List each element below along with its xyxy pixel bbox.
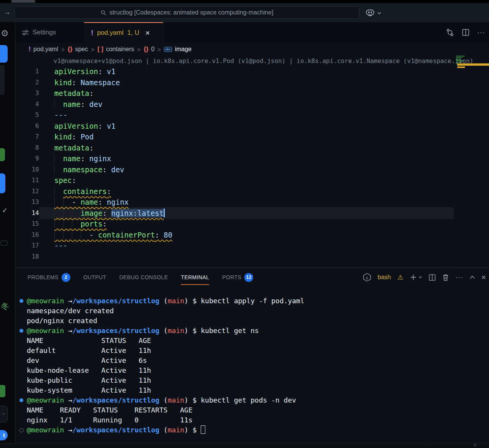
terminal-line: @meowrain →/workspaces/structlog (main) … (27, 395, 489, 405)
breadcrumb-separator-icon[interactable]: > (137, 46, 141, 53)
breadcrumb-symbol-icon[interactable]: {} (144, 46, 148, 53)
line-number: 14 (15, 208, 39, 219)
breadcrumb-separator-icon[interactable]: > (91, 46, 95, 53)
code-editor[interactable]: 1apiVersion: v12kind: Namespace3metadata… (15, 66, 489, 262)
panel-tab-debug-console[interactable]: DEBUG CONSOLE (119, 268, 168, 287)
token (72, 231, 81, 239)
breadcrumb-file[interactable]: pod.yaml (33, 46, 58, 53)
panel-close-icon[interactable]: × (481, 273, 486, 282)
shell-label[interactable]: bash (378, 274, 391, 281)
panel-tab-ports[interactable]: PORTS12 (222, 268, 253, 287)
breadcrumb-separator-icon[interactable]: > (61, 46, 65, 53)
token: ( (159, 327, 168, 335)
abc-type-icon[interactable]: abc (164, 47, 172, 52)
code-line[interactable]: 4 name: dev (15, 99, 489, 110)
search-text: structlog [Codespaces: animated space co… (109, 9, 273, 16)
tab-settings[interactable]: Settings (15, 22, 84, 43)
split-terminal-icon[interactable] (429, 274, 436, 281)
token: NAME STATUS AGE (27, 336, 151, 344)
trash-icon[interactable] (442, 274, 449, 281)
token: kube-system Active 11h (27, 386, 151, 394)
arrow-box: → (0, 406, 8, 422)
code-line[interactable]: 3metadata: (15, 88, 489, 99)
copilot-menu[interactable] (365, 8, 381, 18)
comment-bubble-icon[interactable] (1, 241, 8, 246)
breadcrumb-warning-icon[interactable]: ! (29, 46, 31, 53)
check-icon[interactable]: ✓ (2, 206, 8, 215)
cjk-glyph: 冬 (1, 301, 9, 312)
breadcrumb-item[interactable]: image (175, 46, 192, 53)
token (54, 198, 63, 206)
minimap-line (456, 62, 461, 63)
token (72, 220, 81, 228)
token (63, 198, 72, 206)
token: → (68, 297, 72, 305)
line-number: 6 (15, 121, 39, 132)
token: ) (184, 327, 193, 335)
chevron-up-icon[interactable] (470, 276, 475, 279)
token (54, 100, 63, 108)
code-line[interactable]: 1apiVersion: v1 (15, 66, 489, 77)
dark-panel-fragment (0, 65, 5, 95)
breadcrumb-item[interactable]: spec (75, 46, 88, 53)
panel-more-icon[interactable]: ··· (455, 273, 463, 281)
code-line[interactable]: 17--- (15, 240, 489, 251)
code-line[interactable]: 6apiVersion: v1 (15, 121, 489, 132)
line-number: 1 (15, 66, 39, 77)
code-line[interactable]: 15 ports: (15, 218, 489, 230)
code-line[interactable]: 18 (15, 251, 489, 262)
breadcrumb-item[interactable]: 0 (151, 46, 154, 53)
panel-tab-problems[interactable]: PROBLEMS2 (28, 268, 70, 287)
code-line[interactable]: 8metadata: (15, 142, 489, 154)
code-line[interactable]: 7kind: Pod (15, 131, 489, 142)
gear-icon[interactable]: ⚙ (1, 28, 9, 38)
command-center-search[interactable]: structlog [Codespaces: animated space co… (15, 6, 359, 19)
chevron-down-icon (377, 12, 381, 15)
token: : (98, 198, 107, 206)
token: /workspaces/structlog (72, 297, 159, 305)
tab-pod-yaml[interactable]: ! pod.yaml 1, U × (84, 22, 163, 43)
line-content: - containerPort: 80 (39, 230, 172, 241)
more-actions-icon[interactable]: ··· (477, 29, 485, 37)
search-icon (101, 10, 106, 16)
code-line[interactable]: 12 containers: (15, 186, 489, 197)
code-line[interactable]: 14 image: nginx:latest (15, 208, 489, 219)
code-line[interactable]: 9 name: nginx (15, 153, 489, 164)
breadcrumb[interactable]: !pod.yaml>{}spec>[ ]containers>{}0>abcim… (15, 43, 489, 56)
split-editor-icon[interactable] (462, 29, 470, 36)
token: pod/nginx created (27, 317, 97, 325)
code-line[interactable]: 5--- (15, 110, 489, 121)
code-line[interactable]: 2kind: Namespace (15, 77, 489, 88)
line-content: metadata: (39, 88, 94, 99)
token: kube-public Active 11h (27, 376, 151, 384)
panel-tab-terminal[interactable]: TERMINAL (181, 268, 209, 287)
panel-tab-label: TERMINAL (181, 274, 209, 280)
line-content: spec: (39, 175, 76, 186)
code-line[interactable]: 11spec: (15, 175, 489, 186)
close-icon[interactable]: × (145, 29, 150, 37)
tab-pod-label: pod.yaml (97, 29, 123, 37)
breadcrumb-symbol-icon[interactable]: {} (68, 46, 72, 53)
line-number: 16 (15, 230, 39, 241)
token (54, 154, 63, 163)
code-line[interactable]: 10 namespace: dev (15, 164, 489, 175)
forward-arrow-icon[interactable]: → (3, 8, 11, 16)
panel-tab-label: PORTS (222, 274, 241, 280)
code-line[interactable]: 13 - name: nginx (15, 197, 489, 208)
token: $ (193, 396, 201, 404)
line-number: 10 (15, 164, 39, 175)
breadcrumb-separator-icon[interactable]: > (157, 46, 161, 53)
panel-tab-output[interactable]: OUTPUT (83, 268, 106, 287)
token: ) (184, 396, 193, 404)
new-terminal-button[interactable] (410, 274, 422, 281)
code-line[interactable]: 16 - containerPort: 80 (15, 230, 489, 241)
terminal[interactable]: @meowrain →/workspaces/structlog (main) … (15, 287, 489, 443)
breadcrumb-symbol-icon[interactable]: [ ] (97, 46, 103, 53)
token: kubectl apply -f pod.yaml (201, 297, 304, 305)
token: --- (54, 111, 67, 119)
editor-tab-bar: Settings ! pod.yaml 1, U × ··· (15, 22, 489, 43)
compare-changes-icon[interactable] (446, 28, 454, 37)
breadcrumb-item[interactable]: containers (106, 46, 134, 53)
line-number: 13 (15, 197, 39, 208)
token: main (168, 327, 184, 335)
